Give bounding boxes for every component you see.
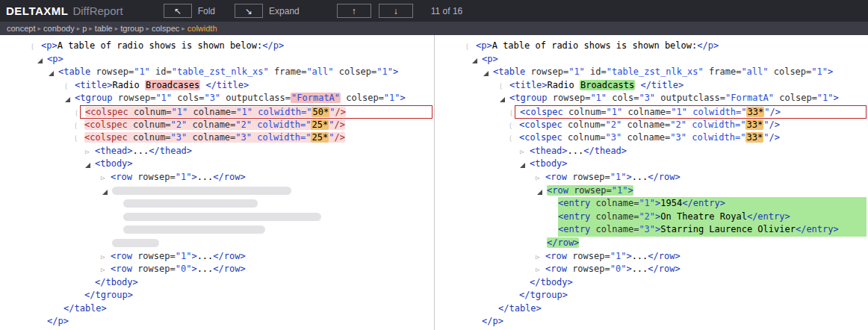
code-line: <entry colname="3">Starring Laurence Oli… (465, 223, 867, 237)
breadcrumb-item-p[interactable]: p (82, 24, 87, 33)
previous-diff-button[interactable]: ↑ (337, 4, 371, 18)
code-segment: "1" (155, 93, 172, 103)
expand-button[interactable]: ↘ (235, 4, 263, 18)
collapse-toggle-icon[interactable] (85, 163, 90, 168)
expand-toggle-icon[interactable]: ▷ (101, 172, 105, 185)
code-segment: "1" (610, 172, 627, 182)
collapse-toggle-icon[interactable] (49, 71, 54, 76)
code-segment: > (834, 93, 839, 103)
expand-toggle-icon[interactable]: ▷ (520, 146, 524, 159)
code-segment: "all" (741, 66, 768, 77)
code-segment: <row (111, 251, 132, 261)
diff-pane-right[interactable]: ⟮<p>A table of radio shows is shown belo… (434, 35, 868, 330)
code-segment: "1" (811, 66, 828, 77)
code-segment: "0" (610, 264, 627, 274)
code-segment: ... (197, 172, 214, 182)
code-segment: colwidth= (252, 119, 306, 130)
app-logo: DELTAXML (6, 4, 68, 17)
code-segment: rowsep= (567, 251, 610, 261)
code-line: ⟮<p>A table of radio shows is shown belo… (465, 40, 867, 53)
code-segment: <p> (476, 40, 492, 51)
fold-handle-icon[interactable]: ⟮ (75, 119, 77, 132)
code-segment: rowsep= (132, 251, 176, 261)
breadcrumb-separator: ▸ (77, 25, 81, 32)
code-line: <tgroup rowsep="1" cols="3" outputclass=… (465, 92, 867, 105)
code-segment: "3" (670, 132, 686, 143)
collapse-toggle-icon[interactable] (472, 58, 477, 63)
code-line: <table rowsep="1" id="table_zst_nlk_xs" … (30, 66, 433, 79)
expand-toggle-icon[interactable]: ▷ (536, 172, 539, 185)
fold-handle-icon[interactable]: ⟮ (466, 40, 468, 53)
collapse-toggle-icon[interactable] (102, 190, 108, 195)
fold-handle-icon[interactable]: ⟮ (510, 106, 512, 119)
code-segment: "2" (235, 119, 252, 130)
code-line: </p> (30, 315, 433, 329)
code-line: <row rowsep="1"> (465, 184, 867, 198)
expand-toggle-icon[interactable]: ▷ (536, 251, 539, 264)
fold-handle-icon[interactable]: ⟮ (65, 79, 67, 93)
code-segment: </row> (213, 172, 245, 182)
arrow-up-icon: ↑ (352, 6, 356, 16)
code-line (30, 237, 433, 250)
expand-toggle-icon[interactable]: ▷ (101, 251, 105, 264)
diff-pane-left[interactable]: ⟮<p>A table of radio shows is shown belo… (0, 35, 434, 330)
code-line: ▷<row rowsep="0">...</row> (30, 263, 433, 276)
code-segment: <colspec (519, 119, 562, 130)
code-line (30, 223, 433, 237)
code-segment: <thead> (95, 146, 133, 156)
code-segment: colnum= (562, 119, 606, 130)
code-segment: "table_zst_nlk_xs" (172, 66, 269, 77)
collapse-toggle-icon[interactable] (537, 190, 542, 195)
code-line: ⟮<title>Radio Broadcases </title> (30, 79, 433, 93)
diff-added-highlight: <row rowsep="1"> (547, 185, 633, 196)
code-segment: "3" (171, 132, 187, 143)
breadcrumb-item-tgroup[interactable]: tgroup (120, 24, 143, 33)
fold-handle-icon[interactable]: ⟮ (509, 119, 512, 132)
expand-toggle-icon[interactable]: ▷ (536, 264, 539, 277)
breadcrumb-item-concept[interactable]: concept (7, 24, 36, 33)
code-segment: 25* (311, 132, 329, 143)
code-segment: "1" (134, 66, 150, 77)
fold-handle-icon[interactable]: ⟮ (500, 79, 502, 93)
code-segment: > (191, 264, 196, 274)
code-segment: "0" (176, 264, 192, 274)
code-segment: <tbody> (95, 158, 133, 169)
code-segment: <table (58, 66, 90, 77)
collapse-toggle-icon[interactable] (37, 58, 43, 63)
fold-button[interactable]: ↖ (164, 4, 192, 18)
fold-handle-icon[interactable]: ⟮ (75, 106, 78, 119)
code-segment: cols= (172, 93, 204, 103)
code-segment: </entry> (682, 198, 725, 208)
collapse-toggle-icon[interactable] (500, 97, 505, 102)
code-segment: "2" (639, 211, 655, 222)
breadcrumb-item-colspec[interactable]: colspec (152, 24, 179, 33)
current-diff-line: ⟮<colspec colnum="1" colname="1" colwidt… (80, 105, 433, 119)
code-segment: colname= (187, 132, 235, 143)
code-segment: </row> (547, 237, 579, 248)
fold-handle-icon[interactable]: ⟮ (75, 131, 77, 145)
breadcrumb-item-table[interactable]: table (95, 24, 113, 33)
code-segment: "2" (606, 119, 622, 130)
expand-toggle-icon[interactable]: ▷ (101, 264, 105, 277)
code-segment: colname= (590, 211, 639, 222)
collapse-toggle-icon[interactable] (65, 97, 70, 102)
code-segment: 50* (311, 107, 329, 117)
collapse-toggle-icon[interactable] (520, 163, 525, 168)
code-segment: colname= (621, 132, 670, 143)
code-segment: <p> (482, 54, 498, 64)
code-segment: "1" (568, 66, 585, 77)
code-segment: </table> (498, 303, 542, 314)
breadcrumb-item-colwidth[interactable]: colwidth (187, 24, 217, 33)
code-segment: outputclass= (655, 93, 725, 103)
code-segment: "3" (639, 93, 655, 103)
next-diff-button[interactable]: ↓ (379, 4, 413, 18)
code-line: <entry colname="2">On Theatre Royal</ent… (465, 211, 867, 224)
collapse-toggle-icon[interactable] (483, 71, 489, 76)
expand-toggle-icon[interactable]: ▷ (85, 146, 89, 159)
breadcrumb-item-conbody[interactable]: conbody (43, 24, 75, 33)
code-segment: colwidth= (252, 107, 306, 117)
code-line: <p> (465, 53, 867, 66)
fold-handle-icon[interactable]: ⟮ (31, 40, 34, 53)
fold-handle-icon[interactable]: ⟮ (509, 131, 512, 145)
code-segment: </title> (205, 80, 249, 90)
